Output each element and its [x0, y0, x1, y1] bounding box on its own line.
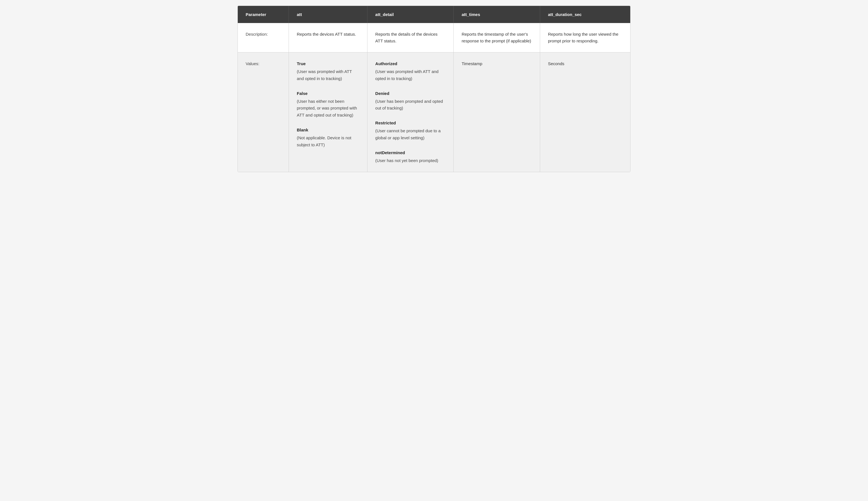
values-att-times-cell: Timestamp — [454, 53, 540, 172]
main-table-wrapper: Parameter att att_detail att_times att_d… — [238, 6, 630, 172]
att-value-true: True (User was prompted with ATT and opt… — [297, 60, 359, 82]
table-header-row: Parameter att att_detail att_times att_d… — [238, 6, 630, 23]
table-row-description: Description: Reports the devices ATT sta… — [238, 23, 630, 53]
header-att: att — [289, 6, 368, 23]
description-att-cell: Reports the devices ATT status. — [289, 23, 368, 53]
description-att-detail-cell: Reports the details of the devices ATT s… — [367, 23, 454, 53]
parameter-table: Parameter att att_detail att_times att_d… — [238, 6, 630, 172]
values-param-label: Values: — [238, 53, 289, 172]
description-param-label: Description: — [238, 23, 289, 53]
att-value-false: False (User has either not been prompted… — [297, 90, 359, 119]
att-detail-restricted: Restricted (User cannot be prompted due … — [375, 120, 446, 141]
header-att-duration: att_duration_sec — [540, 6, 630, 23]
header-parameter: Parameter — [238, 6, 289, 23]
att-detail-denied: Denied (User has been prompted and opted… — [375, 90, 446, 112]
description-att-times-cell: Reports the timestamp of the user's resp… — [454, 23, 540, 53]
header-att-detail: att_detail — [367, 6, 454, 23]
values-att-detail-cell: Authorized (User was prompted with ATT a… — [367, 53, 454, 172]
att-value-blank: Blank (Not applicable. Device is not sub… — [297, 127, 359, 149]
values-att-cell: True (User was prompted with ATT and opt… — [289, 53, 368, 172]
header-att-times: att_times — [454, 6, 540, 23]
att-detail-notdetermined: notDetermined (User has not yet been pro… — [375, 149, 446, 164]
description-att-duration-cell: Reports how long the user viewed the pro… — [540, 23, 630, 53]
table-row-values: Values: True (User was prompted with ATT… — [238, 53, 630, 172]
att-detail-authorized: Authorized (User was prompted with ATT a… — [375, 60, 446, 82]
values-att-duration-cell: Seconds — [540, 53, 630, 172]
